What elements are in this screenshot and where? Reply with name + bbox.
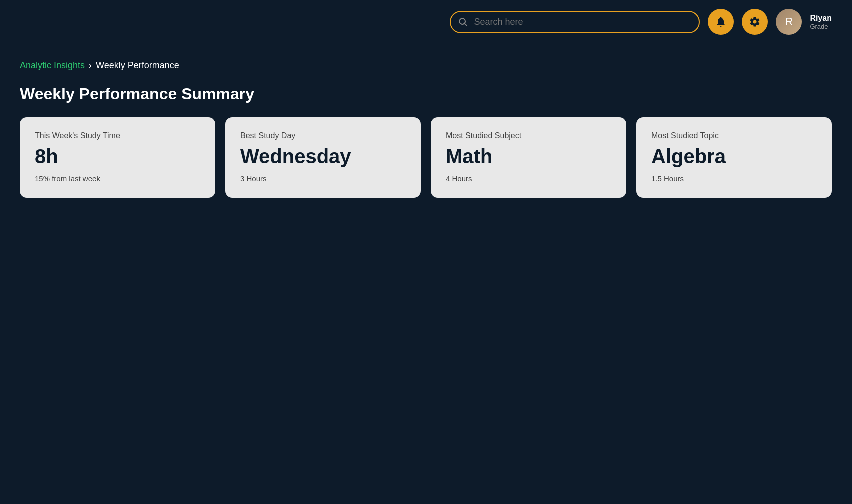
summary-card-0: This Week's Study Time 8h 15% from last … bbox=[20, 118, 216, 198]
card-value-0: 8h bbox=[35, 146, 200, 168]
summary-card-2: Most Studied Subject Math 4 Hours bbox=[431, 118, 626, 198]
card-sub-0: 15% from last week bbox=[35, 174, 200, 183]
bell-icon bbox=[715, 16, 727, 28]
header: R Riyan Grade bbox=[0, 0, 852, 44]
card-label-3: Most Studied Topic bbox=[652, 132, 817, 140]
settings-button[interactable] bbox=[742, 9, 768, 35]
search-wrapper bbox=[450, 11, 700, 34]
card-value-2: Math bbox=[446, 146, 612, 168]
search-input[interactable] bbox=[450, 11, 700, 34]
card-value-1: Wednesday bbox=[240, 146, 406, 168]
summary-card-3: Most Studied Topic Algebra 1.5 Hours bbox=[636, 118, 832, 198]
user-name: Riyan bbox=[810, 14, 832, 23]
breadcrumb: Analytic Insights › Weekly Performance bbox=[20, 60, 832, 71]
avatar: R bbox=[776, 9, 802, 35]
notification-button[interactable] bbox=[708, 9, 734, 35]
summary-card-1: Best Study Day Wednesday 3 Hours bbox=[226, 118, 421, 198]
card-sub-2: 4 Hours bbox=[446, 174, 612, 183]
breadcrumb-current: Weekly Performance bbox=[96, 60, 180, 71]
card-sub-1: 3 Hours bbox=[240, 174, 406, 183]
card-label-1: Best Study Day bbox=[240, 132, 406, 140]
breadcrumb-parent-link[interactable]: Analytic Insights bbox=[20, 60, 85, 71]
card-value-3: Algebra bbox=[652, 146, 817, 168]
main-content: Analytic Insights › Weekly Performance W… bbox=[0, 44, 852, 214]
user-info: Riyan Grade bbox=[810, 14, 832, 31]
cards-grid: This Week's Study Time 8h 15% from last … bbox=[20, 118, 832, 198]
user-role: Grade bbox=[810, 23, 832, 31]
gear-icon bbox=[749, 16, 761, 28]
card-label-2: Most Studied Subject bbox=[446, 132, 612, 140]
page-title: Weekly Performance Summary bbox=[20, 85, 832, 104]
card-sub-3: 1.5 Hours bbox=[652, 174, 817, 183]
breadcrumb-separator: › bbox=[89, 60, 92, 71]
card-label-0: This Week's Study Time bbox=[35, 132, 200, 140]
